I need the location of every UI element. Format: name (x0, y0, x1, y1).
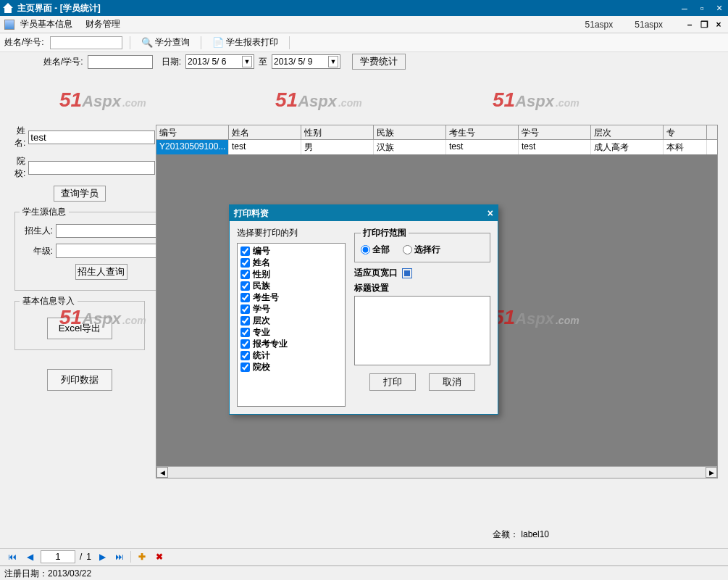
mdi-restore-button[interactable]: ❐ (699, 20, 709, 30)
column-item: 姓名 (240, 257, 342, 268)
window-titlebar: 主页界面 - [学员统计] – ▫ × (0, 0, 728, 16)
date-from-picker[interactable]: 2013/ 5/ 6 ▼ (185, 54, 254, 69)
column-checkbox[interactable] (240, 281, 250, 291)
close-button[interactable]: × (714, 2, 725, 14)
nav-page-input[interactable] (41, 550, 75, 563)
grid-row[interactable]: Y20130509100... test 男 汉族 test test 成人高考… (156, 140, 717, 154)
mdi-minimize-button[interactable]: – (685, 20, 695, 30)
dialog-cancel-button[interactable]: 取消 (429, 373, 475, 391)
fee-stat-button[interactable]: 学费统计 (352, 54, 406, 70)
app-icon (4, 20, 14, 30)
grid-header-cell[interactable]: 学号 (519, 125, 591, 139)
grid-header-cell[interactable]: 层次 (591, 125, 664, 139)
column-checkbox[interactable] (240, 270, 250, 279)
menu-student-info[interactable]: 学员基本信息 (20, 18, 72, 30)
brand-label-1: 51aspx (585, 20, 614, 30)
minimize-button[interactable]: – (679, 2, 690, 14)
export-group: 基本信息导入 Excel导出 (14, 295, 145, 350)
nav-add-button[interactable]: ✚ (135, 550, 148, 563)
grid-cell: test (446, 140, 519, 154)
column-checkbox[interactable] (240, 328, 250, 337)
dialog-titlebar[interactable]: 打印料资 × (230, 205, 498, 221)
grid-header-cell[interactable]: 编号 (156, 125, 229, 139)
nav-first-button[interactable]: ⏮ (6, 550, 19, 563)
search-icon: 🔍 (141, 37, 153, 48)
radio-selected-label[interactable]: 选择行 (403, 244, 440, 256)
column-checklist[interactable]: 编号 姓名 性别 民族 考生号 学号 层次 专业 报考专业 统计 院校 (237, 243, 346, 407)
column-item: 民族 (240, 280, 342, 291)
home-icon (3, 3, 13, 13)
nav-delete-button[interactable]: ✖ (153, 550, 166, 563)
dialog-print-button[interactable]: 打印 (369, 373, 416, 391)
column-checkbox[interactable] (240, 351, 250, 360)
maximize-button[interactable]: ▫ (696, 2, 708, 14)
column-checkbox[interactable] (240, 339, 250, 349)
column-checkbox[interactable] (240, 293, 250, 302)
column-item: 层次 (240, 315, 342, 326)
radio-all[interactable] (361, 245, 370, 254)
dialog-close-button[interactable]: × (488, 207, 493, 219)
recruiter-query-button[interactable]: 招生人查询 (75, 264, 127, 280)
status-text: 注册日期：2013/03/22 (4, 568, 91, 579)
column-checkbox[interactable] (240, 304, 250, 314)
dialog-body: 选择要打印的列 编号 姓名 性别 民族 考生号 学号 层次 专业 报考专业 统计… (230, 221, 498, 414)
column-item: 考生号 (240, 291, 342, 303)
school-input[interactable] (28, 161, 155, 175)
radio-all-label[interactable]: 全部 (361, 244, 390, 256)
window-buttons: – ▫ × (679, 2, 725, 14)
report-print-button[interactable]: 📄 学生报表打印 (209, 34, 282, 51)
status-bar: 注册日期：2013/03/22 (0, 566, 728, 580)
mdi-close-button[interactable]: × (714, 20, 724, 30)
scroll-right-button[interactable]: ▶ (706, 467, 717, 478)
left-panel: 姓名: 院校: 查询学员 学生源信息 招生人: 年级: ▼ (14, 125, 145, 395)
toolbar-separator (130, 36, 130, 49)
credit-query-button[interactable]: 🔍 学分查询 (138, 34, 193, 51)
fit-width-row: 适应页宽口 (354, 267, 490, 279)
school-label: 院校: (14, 155, 25, 180)
grid-header-cell[interactable]: 性别 (301, 125, 374, 139)
app-body: 学员基本信息 财务管理 51aspx 51aspx – ❐ × 姓名/学号: 🔍… (0, 16, 728, 580)
grid-horizontal-scrollbar[interactable]: ◀ ▶ (156, 466, 717, 478)
chevron-down-icon: ▼ (242, 56, 252, 67)
inner-name-input[interactable] (88, 55, 153, 69)
toolbar-separator (201, 36, 201, 49)
nav-separator (130, 551, 131, 563)
column-item: 统计 (240, 349, 342, 361)
column-checkbox[interactable] (240, 362, 250, 372)
column-checkbox[interactable] (240, 316, 250, 326)
grid-header-cell[interactable]: 专 (664, 125, 707, 139)
brand-label-2: 51aspx (635, 20, 663, 30)
nav-prev-button[interactable]: ◀ (23, 550, 36, 563)
name-input[interactable] (28, 130, 155, 144)
list-print-button[interactable]: 列印数据 (47, 369, 112, 391)
search-name-input[interactable] (50, 36, 122, 49)
column-checkbox[interactable] (240, 258, 250, 268)
scroll-track[interactable] (168, 467, 706, 478)
excel-export-button[interactable]: Excel导出 (47, 318, 112, 339)
column-checkbox[interactable] (240, 246, 250, 256)
grid-cell: 本科 (664, 140, 707, 154)
fit-width-checkbox[interactable] (402, 268, 412, 278)
recruiter-label: 招生人: (20, 225, 53, 237)
menu-finance[interactable]: 财务管理 (85, 18, 120, 30)
credit-query-label: 学分查询 (155, 36, 190, 49)
grid-header-cell[interactable]: 考生号 (446, 125, 519, 139)
date-to-value: 2013/ 5/ 9 (274, 57, 312, 67)
grid-header-cell[interactable]: 姓名 (229, 125, 301, 139)
radio-selected[interactable] (403, 245, 412, 254)
query-student-button[interactable]: 查询学员 (54, 186, 106, 202)
window-title: 主页界面 - [学员统计] (17, 2, 679, 14)
nav-next-button[interactable]: ▶ (96, 550, 109, 563)
grid-header: 编号 姓名 性别 民族 考生号 学号 层次 专 (156, 125, 717, 140)
column-item: 院校 (240, 361, 342, 373)
date-to-picker[interactable]: 2013/ 5/ 9 ▼ (272, 54, 340, 69)
toolbar-separator (289, 36, 290, 49)
nav-last-button[interactable]: ⏭ (113, 550, 126, 563)
scroll-left-button[interactable]: ◀ (156, 467, 168, 478)
student-source-legend: 学生源信息 (20, 206, 69, 218)
title-setting-input[interactable] (354, 296, 490, 365)
query-toolbar: 姓名/学号: 🔍 学分查询 📄 学生报表打印 (0, 33, 728, 52)
grid-header-cell[interactable]: 民族 (374, 125, 446, 139)
date-label: 日期: (162, 56, 181, 68)
nav-total: 1 (86, 552, 91, 562)
